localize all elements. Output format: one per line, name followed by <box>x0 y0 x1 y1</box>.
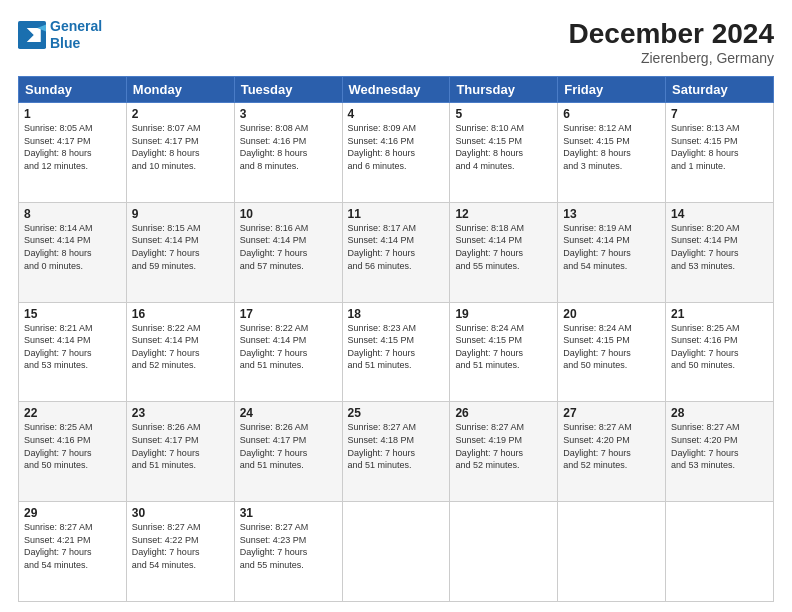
main-title: December 2024 <box>569 18 774 50</box>
calendar-cell: 30Sunrise: 8:27 AMSunset: 4:22 PMDayligh… <box>126 502 234 602</box>
calendar-table: Sunday Monday Tuesday Wednesday Thursday… <box>18 76 774 602</box>
calendar-page: General Blue December 2024 Zierenberg, G… <box>0 0 792 612</box>
day-info: Sunrise: 8:27 AMSunset: 4:18 PMDaylight:… <box>348 421 445 471</box>
subtitle: Zierenberg, Germany <box>569 50 774 66</box>
day-info: Sunrise: 8:16 AMSunset: 4:14 PMDaylight:… <box>240 222 337 272</box>
calendar-week-4: 22Sunrise: 8:25 AMSunset: 4:16 PMDayligh… <box>19 402 774 502</box>
day-number: 19 <box>455 307 552 321</box>
calendar-cell: 15Sunrise: 8:21 AMSunset: 4:14 PMDayligh… <box>19 302 127 402</box>
logo-icon <box>18 21 46 49</box>
calendar-cell: 11Sunrise: 8:17 AMSunset: 4:14 PMDayligh… <box>342 202 450 302</box>
day-info: Sunrise: 8:07 AMSunset: 4:17 PMDaylight:… <box>132 122 229 172</box>
day-number: 13 <box>563 207 660 221</box>
logo-line2: Blue <box>50 35 80 51</box>
day-info: Sunrise: 8:12 AMSunset: 4:15 PMDaylight:… <box>563 122 660 172</box>
day-number: 23 <box>132 406 229 420</box>
calendar-week-3: 15Sunrise: 8:21 AMSunset: 4:14 PMDayligh… <box>19 302 774 402</box>
calendar-cell: 9Sunrise: 8:15 AMSunset: 4:14 PMDaylight… <box>126 202 234 302</box>
calendar-cell: 7Sunrise: 8:13 AMSunset: 4:15 PMDaylight… <box>666 103 774 203</box>
day-info: Sunrise: 8:14 AMSunset: 4:14 PMDaylight:… <box>24 222 121 272</box>
day-info: Sunrise: 8:27 AMSunset: 4:23 PMDaylight:… <box>240 521 337 571</box>
day-number: 26 <box>455 406 552 420</box>
day-info: Sunrise: 8:05 AMSunset: 4:17 PMDaylight:… <box>24 122 121 172</box>
day-number: 20 <box>563 307 660 321</box>
calendar-cell: 31Sunrise: 8:27 AMSunset: 4:23 PMDayligh… <box>234 502 342 602</box>
calendar-week-5: 29Sunrise: 8:27 AMSunset: 4:21 PMDayligh… <box>19 502 774 602</box>
calendar-cell <box>342 502 450 602</box>
day-number: 27 <box>563 406 660 420</box>
col-tuesday: Tuesday <box>234 77 342 103</box>
day-info: Sunrise: 8:21 AMSunset: 4:14 PMDaylight:… <box>24 322 121 372</box>
col-wednesday: Wednesday <box>342 77 450 103</box>
day-number: 17 <box>240 307 337 321</box>
col-friday: Friday <box>558 77 666 103</box>
logo: General Blue <box>18 18 102 52</box>
day-number: 4 <box>348 107 445 121</box>
day-info: Sunrise: 8:18 AMSunset: 4:14 PMDaylight:… <box>455 222 552 272</box>
day-info: Sunrise: 8:10 AMSunset: 4:15 PMDaylight:… <box>455 122 552 172</box>
day-number: 6 <box>563 107 660 121</box>
day-info: Sunrise: 8:27 AMSunset: 4:21 PMDaylight:… <box>24 521 121 571</box>
day-number: 12 <box>455 207 552 221</box>
day-number: 1 <box>24 107 121 121</box>
calendar-cell: 21Sunrise: 8:25 AMSunset: 4:16 PMDayligh… <box>666 302 774 402</box>
col-sunday: Sunday <box>19 77 127 103</box>
day-number: 31 <box>240 506 337 520</box>
day-info: Sunrise: 8:19 AMSunset: 4:14 PMDaylight:… <box>563 222 660 272</box>
calendar-cell: 24Sunrise: 8:26 AMSunset: 4:17 PMDayligh… <box>234 402 342 502</box>
calendar-cell: 16Sunrise: 8:22 AMSunset: 4:14 PMDayligh… <box>126 302 234 402</box>
day-number: 16 <box>132 307 229 321</box>
calendar-cell: 8Sunrise: 8:14 AMSunset: 4:14 PMDaylight… <box>19 202 127 302</box>
calendar-cell: 27Sunrise: 8:27 AMSunset: 4:20 PMDayligh… <box>558 402 666 502</box>
calendar-cell: 3Sunrise: 8:08 AMSunset: 4:16 PMDaylight… <box>234 103 342 203</box>
day-number: 10 <box>240 207 337 221</box>
day-number: 15 <box>24 307 121 321</box>
calendar-cell <box>450 502 558 602</box>
day-number: 3 <box>240 107 337 121</box>
day-number: 25 <box>348 406 445 420</box>
day-number: 8 <box>24 207 121 221</box>
day-number: 2 <box>132 107 229 121</box>
day-number: 7 <box>671 107 768 121</box>
day-info: Sunrise: 8:27 AMSunset: 4:20 PMDaylight:… <box>671 421 768 471</box>
calendar-cell: 5Sunrise: 8:10 AMSunset: 4:15 PMDaylight… <box>450 103 558 203</box>
calendar-cell: 1Sunrise: 8:05 AMSunset: 4:17 PMDaylight… <box>19 103 127 203</box>
day-info: Sunrise: 8:24 AMSunset: 4:15 PMDaylight:… <box>563 322 660 372</box>
calendar-cell: 13Sunrise: 8:19 AMSunset: 4:14 PMDayligh… <box>558 202 666 302</box>
logo-text: General Blue <box>50 18 102 52</box>
day-number: 24 <box>240 406 337 420</box>
day-number: 21 <box>671 307 768 321</box>
calendar-cell: 26Sunrise: 8:27 AMSunset: 4:19 PMDayligh… <box>450 402 558 502</box>
calendar-cell: 28Sunrise: 8:27 AMSunset: 4:20 PMDayligh… <box>666 402 774 502</box>
calendar-cell: 18Sunrise: 8:23 AMSunset: 4:15 PMDayligh… <box>342 302 450 402</box>
calendar-cell: 14Sunrise: 8:20 AMSunset: 4:14 PMDayligh… <box>666 202 774 302</box>
calendar-cell: 12Sunrise: 8:18 AMSunset: 4:14 PMDayligh… <box>450 202 558 302</box>
calendar-cell: 19Sunrise: 8:24 AMSunset: 4:15 PMDayligh… <box>450 302 558 402</box>
calendar-cell <box>666 502 774 602</box>
day-info: Sunrise: 8:24 AMSunset: 4:15 PMDaylight:… <box>455 322 552 372</box>
svg-rect-0 <box>18 21 46 49</box>
day-info: Sunrise: 8:26 AMSunset: 4:17 PMDaylight:… <box>132 421 229 471</box>
day-number: 18 <box>348 307 445 321</box>
day-info: Sunrise: 8:25 AMSunset: 4:16 PMDaylight:… <box>671 322 768 372</box>
col-saturday: Saturday <box>666 77 774 103</box>
day-info: Sunrise: 8:13 AMSunset: 4:15 PMDaylight:… <box>671 122 768 172</box>
calendar-header-row: Sunday Monday Tuesday Wednesday Thursday… <box>19 77 774 103</box>
calendar-cell: 22Sunrise: 8:25 AMSunset: 4:16 PMDayligh… <box>19 402 127 502</box>
calendar-cell <box>558 502 666 602</box>
title-block: December 2024 Zierenberg, Germany <box>569 18 774 66</box>
day-info: Sunrise: 8:20 AMSunset: 4:14 PMDaylight:… <box>671 222 768 272</box>
day-number: 22 <box>24 406 121 420</box>
day-info: Sunrise: 8:15 AMSunset: 4:14 PMDaylight:… <box>132 222 229 272</box>
calendar-cell: 25Sunrise: 8:27 AMSunset: 4:18 PMDayligh… <box>342 402 450 502</box>
calendar-cell: 2Sunrise: 8:07 AMSunset: 4:17 PMDaylight… <box>126 103 234 203</box>
day-info: Sunrise: 8:23 AMSunset: 4:15 PMDaylight:… <box>348 322 445 372</box>
day-info: Sunrise: 8:27 AMSunset: 4:19 PMDaylight:… <box>455 421 552 471</box>
day-info: Sunrise: 8:17 AMSunset: 4:14 PMDaylight:… <box>348 222 445 272</box>
day-number: 11 <box>348 207 445 221</box>
day-info: Sunrise: 8:22 AMSunset: 4:14 PMDaylight:… <box>132 322 229 372</box>
day-number: 5 <box>455 107 552 121</box>
calendar-cell: 6Sunrise: 8:12 AMSunset: 4:15 PMDaylight… <box>558 103 666 203</box>
day-info: Sunrise: 8:22 AMSunset: 4:14 PMDaylight:… <box>240 322 337 372</box>
day-number: 29 <box>24 506 121 520</box>
